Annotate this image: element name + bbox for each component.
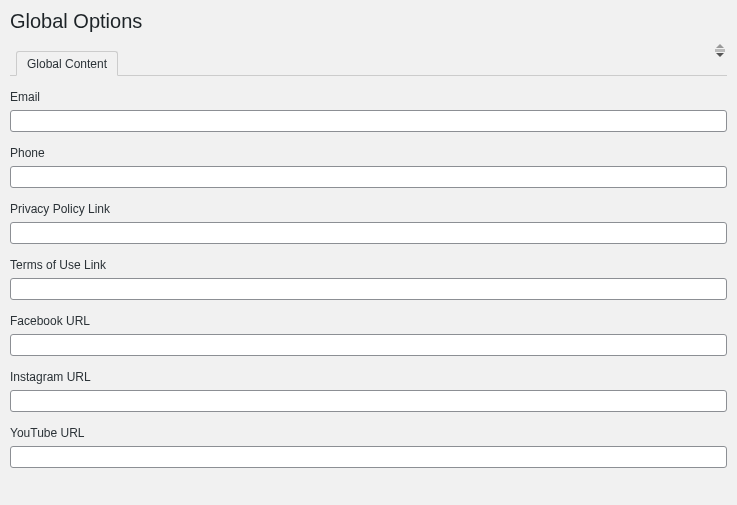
email-label: Email [10, 90, 727, 104]
caret-down-icon [716, 53, 724, 57]
phone-label: Phone [10, 146, 727, 160]
email-input[interactable] [10, 110, 727, 132]
caret-up-icon [716, 44, 724, 48]
field-terms: Terms of Use Link [10, 258, 727, 300]
terms-label: Terms of Use Link [10, 258, 727, 272]
youtube-label: YouTube URL [10, 426, 727, 440]
drag-handle-icon [715, 49, 725, 52]
field-youtube: YouTube URL [10, 426, 727, 468]
field-facebook: Facebook URL [10, 314, 727, 356]
privacy-input[interactable] [10, 222, 727, 244]
tab-bar: Global Content [10, 48, 727, 76]
facebook-label: Facebook URL [10, 314, 727, 328]
field-instagram: Instagram URL [10, 370, 727, 412]
terms-input[interactable] [10, 278, 727, 300]
field-email: Email [10, 90, 727, 132]
instagram-input[interactable] [10, 390, 727, 412]
instagram-label: Instagram URL [10, 370, 727, 384]
privacy-label: Privacy Policy Link [10, 202, 727, 216]
field-phone: Phone [10, 146, 727, 188]
youtube-input[interactable] [10, 446, 727, 468]
phone-input[interactable] [10, 166, 727, 188]
facebook-input[interactable] [10, 334, 727, 356]
page-title: Global Options [0, 0, 737, 48]
screen-options-toggle[interactable] [715, 44, 725, 57]
field-privacy: Privacy Policy Link [10, 202, 727, 244]
tab-global-content[interactable]: Global Content [16, 51, 118, 76]
fields-container: Email Phone Privacy Policy Link Terms of… [0, 90, 737, 468]
